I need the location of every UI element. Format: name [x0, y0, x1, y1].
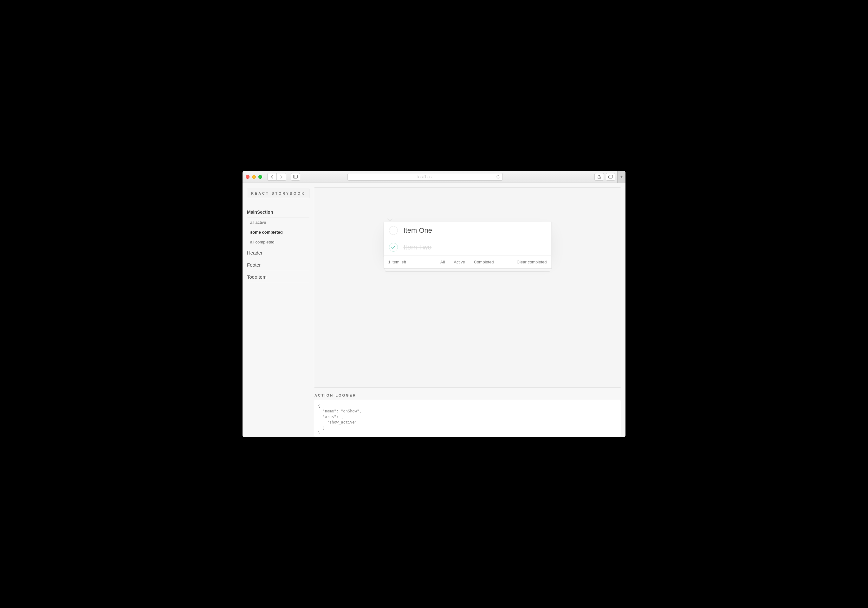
action-logger-body: { "name": "onShow", "args": [ "show_acti… [314, 400, 621, 437]
browser-titlebar: localhost [243, 171, 625, 183]
todo-item: Item Two [384, 239, 551, 256]
sidebar-toggle-button[interactable] [291, 173, 300, 181]
todo-item: Item One [384, 222, 551, 239]
nav-buttons [267, 173, 286, 181]
filter-all[interactable]: All [438, 259, 447, 265]
todo-label[interactable]: Item One [403, 226, 432, 234]
filter-group: AllActiveCompleted [438, 259, 496, 265]
story-item[interactable]: all active [247, 217, 309, 227]
storybook-brand: REACT STORYBOOK [247, 189, 309, 198]
todo-app: Item OneItem Two 1 item left AllActiveCo… [384, 216, 552, 387]
close-window-button[interactable] [246, 175, 250, 179]
clear-completed-button[interactable]: Clear completed [517, 260, 547, 264]
url-bar[interactable]: localhost [347, 173, 503, 181]
svg-rect-3 [608, 175, 612, 178]
storybook-sidebar: REACT STORYBOOK MainSection all activeso… [243, 183, 314, 437]
checkmark-icon[interactable] [389, 243, 398, 252]
kind-title[interactable]: Header [247, 247, 309, 259]
story-item[interactable]: all completed [247, 237, 309, 247]
story-list: all activesome completedall completed [247, 217, 309, 247]
kind-title[interactable]: TodoItem [247, 271, 309, 283]
toggle-all-icon[interactable] [387, 218, 393, 222]
main-column: Item OneItem Two 1 item left AllActiveCo… [314, 183, 625, 437]
preview-frame: Item OneItem Two 1 item left AllActiveCo… [314, 187, 621, 388]
app-content: REACT STORYBOOK MainSection all activeso… [243, 183, 625, 437]
kind-title[interactable]: MainSection [247, 207, 309, 217]
story-item[interactable]: some completed [247, 227, 309, 237]
todo-label[interactable]: Item Two [403, 243, 432, 251]
todo-list: Item OneItem Two [384, 222, 552, 256]
minimize-window-button[interactable] [252, 175, 256, 179]
url-text: localhost [417, 175, 432, 179]
action-logger: ACTION LOGGER { "name": "onShow", "args"… [314, 392, 621, 437]
svg-rect-0 [294, 175, 298, 178]
items-left: 1 item left [388, 260, 406, 264]
forward-button[interactable] [277, 173, 286, 181]
back-button[interactable] [267, 173, 277, 181]
kind-title[interactable]: Footer [247, 259, 309, 271]
safari-window: localhost REACT STORYBOOK MainSection al… [243, 171, 625, 437]
share-button[interactable] [594, 173, 604, 181]
new-tab-button[interactable] [617, 171, 625, 183]
filter-active[interactable]: Active [451, 259, 467, 265]
todo-footer: 1 item left AllActiveCompleted Clear com… [384, 256, 552, 268]
tabs-overview-button[interactable] [606, 173, 615, 181]
window-controls [246, 175, 262, 179]
reload-button[interactable] [496, 175, 500, 179]
action-logger-title: ACTION LOGGER [314, 392, 621, 400]
checkbox-icon[interactable] [389, 226, 398, 235]
zoom-window-button[interactable] [258, 175, 262, 179]
filter-completed[interactable]: Completed [471, 259, 496, 265]
